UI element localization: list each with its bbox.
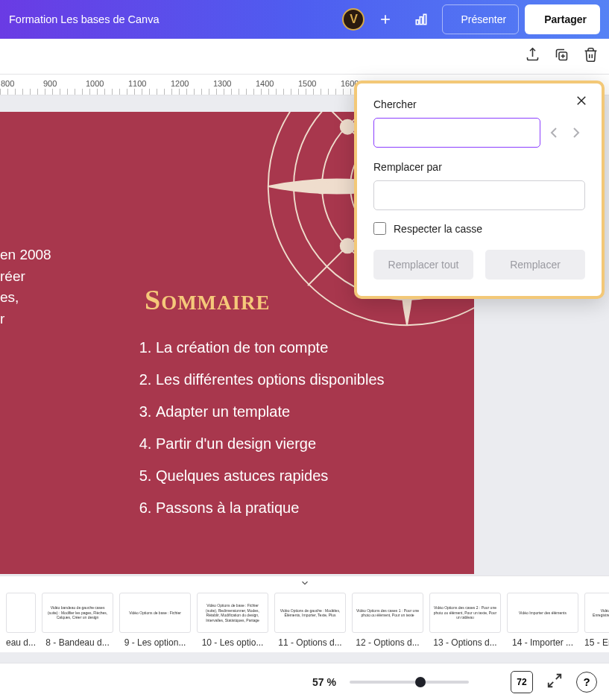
- ruler-mark: 1300: [213, 79, 231, 88]
- delete-page-button[interactable]: [583, 47, 599, 66]
- svg-point-21: [341, 239, 355, 253]
- replace-label: Remplacer par: [373, 161, 585, 173]
- thumbnail[interactable]: eau d...: [6, 593, 36, 648]
- list-item[interactable]: La création de ton compte: [156, 332, 385, 363]
- list-item[interactable]: Quelques astuces rapides: [156, 461, 385, 491]
- next-match-button[interactable]: [567, 124, 585, 142]
- match-case-label: Respecter la casse: [394, 223, 482, 235]
- list-item[interactable]: Les différentes options disponibles: [156, 365, 385, 395]
- bottom-bar: 57 % 72 ?: [0, 663, 609, 700]
- svg-rect-2: [417, 20, 419, 25]
- svg-rect-3: [420, 17, 423, 25]
- avatar[interactable]: V: [342, 8, 365, 31]
- prev-match-button[interactable]: [545, 124, 563, 142]
- secondary-toolbar: [0, 39, 609, 75]
- present-button[interactable]: Présenter: [442, 4, 519, 34]
- zoom-slider[interactable]: [350, 681, 469, 684]
- export-button[interactable]: [525, 47, 540, 66]
- add-collaborator-button[interactable]: [370, 4, 400, 34]
- thumbnail[interactable]: Vidéo Importer des éléments14 - Importer…: [507, 593, 578, 648]
- slide-title[interactable]: Sommaire: [145, 283, 271, 316]
- thumbnail[interactable]: Vidéo Enregistrement15 - Enreg: [584, 593, 609, 648]
- thumbnail[interactable]: Vidéo bandeau de gauche cases (suite) : …: [42, 593, 113, 648]
- list-item[interactable]: Passons à la pratique: [156, 493, 385, 523]
- duplicate-page-button[interactable]: [554, 47, 569, 66]
- match-case-checkbox[interactable]: [373, 222, 386, 235]
- search-label: Chercher: [373, 98, 585, 110]
- slide-list[interactable]: La création de ton compte Les différente…: [156, 332, 385, 525]
- ruler-mark: 1200: [171, 79, 189, 88]
- pages-count-button[interactable]: 72: [511, 671, 533, 693]
- zoom-slider-thumb[interactable]: [415, 677, 426, 687]
- svg-line-25: [556, 674, 561, 678]
- thumbnail[interactable]: Vidéo Options des cases 2 : Pour une pho…: [429, 593, 501, 648]
- zoom-level[interactable]: 57 %: [312, 676, 336, 688]
- ruler-mark: 1000: [86, 79, 104, 88]
- collapse-thumbnails-button[interactable]: [0, 576, 609, 590]
- svg-line-26: [549, 681, 553, 686]
- list-item[interactable]: Partir d'un design vierge: [156, 429, 385, 459]
- thumbnail[interactable]: Vidéo Options de base : Fichier (suite),…: [197, 593, 268, 648]
- slide-left-text[interactable]: en 2008 réer es, r: [0, 245, 51, 329]
- top-bar: Formation Les bases de Canva V Présenter…: [0, 0, 609, 39]
- thumbnail[interactable]: Vidéo Options des cases 1 : Pour une pho…: [352, 593, 423, 648]
- thumbnail[interactable]: Vidéo Options de gauche : Modèles, Éléme…: [274, 593, 346, 648]
- share-label: Partager: [544, 13, 587, 25]
- ruler-mark: 1400: [256, 79, 274, 88]
- replace-input[interactable]: [373, 180, 585, 210]
- share-button[interactable]: Partager: [525, 4, 600, 34]
- list-item[interactable]: Adapter un template: [156, 397, 385, 427]
- ruler-mark: 800: [1, 79, 14, 88]
- analytics-button[interactable]: [406, 4, 436, 34]
- ruler-mark: 900: [43, 79, 57, 88]
- find-replace-panel: Chercher Remplacer par Respecter la cass…: [354, 81, 605, 299]
- svg-point-17: [315, 180, 329, 194]
- ruler-mark: 1100: [128, 79, 146, 88]
- thumbnail-strip: eau d... Vidéo bandeau de gauche cases (…: [0, 576, 609, 652]
- document-title[interactable]: Formation Les bases de Canva: [9, 13, 336, 25]
- svg-point-19: [341, 120, 355, 134]
- ruler-mark: 1500: [298, 79, 316, 88]
- search-input[interactable]: [373, 118, 540, 148]
- thumbnail[interactable]: Vidéo Options de base : Fichier9 - Les o…: [119, 593, 191, 648]
- present-label: Présenter: [461, 13, 506, 25]
- close-button[interactable]: [575, 94, 588, 110]
- replace-button[interactable]: Remplacer: [485, 250, 585, 280]
- help-button[interactable]: ?: [576, 672, 597, 693]
- replace-all-button[interactable]: Remplacer tout: [373, 250, 473, 280]
- svg-rect-4: [424, 14, 426, 24]
- fullscreen-button[interactable]: [546, 672, 563, 692]
